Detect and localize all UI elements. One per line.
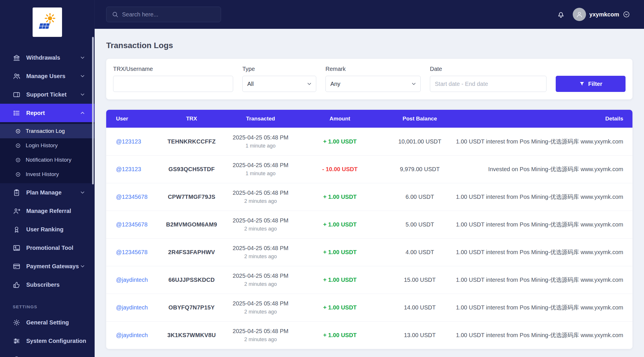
chevron-down-icon <box>79 263 86 269</box>
sidebar-item-support-ticket[interactable]: Support Ticket <box>0 85 94 104</box>
sidebar-item-label: User Ranking <box>26 226 86 233</box>
amount-value: + 1.00 USDT <box>323 277 357 283</box>
sidebar-item-manage-users[interactable]: Manage Users <box>0 67 94 85</box>
transacted-cell: 2025-04-25 05:48 PM 2 minutes ago <box>225 328 296 343</box>
transacted-ago: 2 minutes ago <box>225 336 296 343</box>
subitem-label: Transaction Log <box>26 128 65 134</box>
app-logo[interactable] <box>33 7 62 37</box>
notification-bell-icon[interactable] <box>557 10 565 19</box>
sidebar-item-subscribers[interactable]: Subscribers <box>0 275 94 294</box>
filter-type-group: Type All <box>242 66 316 92</box>
sidebar-item-label: Plan Manage <box>26 189 79 196</box>
circle-dot-icon <box>15 157 26 163</box>
sidebar-item-label: Manage Users <box>26 73 79 80</box>
transacted-date: 2025-04-25 05:48 PM <box>225 162 296 169</box>
transacted-date: 2025-04-25 05:48 PM <box>225 134 296 141</box>
circled-chevron-down-icon[interactable] <box>623 11 630 18</box>
user-link[interactable]: @12345678 <box>116 249 147 255</box>
transacted-date: 2025-04-25 05:48 PM <box>225 328 296 335</box>
details-text: 1.00 USDT interest from Pos Mining-优选源码库… <box>456 193 632 201</box>
sidebar-item-general-setting[interactable]: General Setting <box>0 313 94 332</box>
transacted-date: 2025-04-25 05:48 PM <box>225 245 296 252</box>
sidebar-item-label: Subscribers <box>26 282 86 288</box>
user-link[interactable]: @jaydintech <box>116 332 148 338</box>
filter-button[interactable]: Filter <box>556 76 626 92</box>
date-label: Date <box>430 66 546 72</box>
transacted-cell: 2025-04-25 05:48 PM 2 minutes ago <box>225 272 296 288</box>
search-icon <box>111 11 119 18</box>
trx-username-input[interactable] <box>113 76 233 92</box>
post-balance: 13.00 USDT <box>384 332 456 339</box>
transacted-date: 2025-04-25 05:48 PM <box>225 300 296 307</box>
sidebar-item-withdrawals[interactable]: Withdrawals <box>0 48 94 67</box>
image-icon <box>13 244 20 252</box>
date-range-input[interactable] <box>430 76 546 92</box>
type-select-wrap: All <box>242 76 316 92</box>
user-link[interactable]: @123123 <box>116 138 141 145</box>
sidebar-item-payment-gateways[interactable]: Payment Gateways <box>0 257 94 275</box>
sidebar-item-label: Manage Referral <box>26 208 86 214</box>
transacted-date: 2025-04-25 05:48 PM <box>225 189 296 197</box>
user-link[interactable]: @12345678 <box>116 194 147 200</box>
column-header-trx: TRX <box>158 116 225 122</box>
table-row: @jaydintech 3K1KS7WMKV8U 2025-04-25 05:4… <box>106 321 632 349</box>
sidebar-subitem-login-history[interactable]: Login History <box>0 138 94 153</box>
sidebar-item-label: Promotional Tool <box>26 245 86 251</box>
amount-value: + 1.00 USDT <box>323 221 357 228</box>
sidebar: Withdrawals Manage Users Support Ticket … <box>0 0 95 357</box>
topbar-right: yxymkcom <box>557 8 630 21</box>
transacted-ago: 1 minute ago <box>225 143 296 149</box>
sidebar-item-promotional-tool[interactable]: Promotional Tool <box>0 239 94 257</box>
sidebar-item-report[interactable]: Report <box>0 104 94 122</box>
sidebar-subitem-invest-history[interactable]: Invest History <box>0 167 94 182</box>
sidebar-nav: Withdrawals Manage Users Support Ticket … <box>0 48 94 357</box>
sidebar-subitem-transaction-log[interactable]: Transaction Log <box>0 124 94 138</box>
user-menu[interactable]: yxymkcom <box>573 8 630 21</box>
sidebar-item-plan-manage[interactable]: Plan Manage <box>0 183 94 202</box>
circle-dot-icon <box>15 143 26 149</box>
filter-button-label: Filter <box>588 81 602 87</box>
transacted-ago: 1 minute ago <box>225 170 296 177</box>
sidebar-subitem-notification-history[interactable]: Notification History <box>0 153 94 167</box>
amount-value: - 10.00 USDT <box>322 166 357 172</box>
type-select[interactable]: All <box>242 76 316 92</box>
page-title: Transaction Logs <box>106 41 632 50</box>
details-text: 1.00 USDT interest from Pos Mining-优选源码库… <box>456 331 632 339</box>
filter-trx-group: TRX/Username <box>113 66 233 92</box>
sidebar-item-manage-referral[interactable]: Manage Referral <box>0 202 94 220</box>
credit-card-icon <box>13 262 20 270</box>
table-row: @12345678 2R4FS3FAPHWV 2025-04-25 05:48 … <box>106 238 632 266</box>
thumbs-up-icon <box>13 281 20 289</box>
transacted-date: 2025-04-25 05:48 PM <box>225 272 296 279</box>
user-link[interactable]: @jaydintech <box>116 277 148 283</box>
column-header-details: Details <box>456 116 632 122</box>
post-balance: 9,979.00 USDT <box>384 166 456 173</box>
details-text: 1.00 USDT interest from Pos Mining-优选源码库… <box>456 304 632 311</box>
remark-select[interactable]: Any <box>325 76 421 92</box>
table-row: @jaydintech OBYFQ7N7P15Y 2025-04-25 05:4… <box>106 294 632 321</box>
avatar[interactable] <box>573 8 586 21</box>
user-link[interactable]: @12345678 <box>116 221 147 228</box>
clock-icon <box>13 356 20 357</box>
post-balance: 15.00 USDT <box>384 277 456 283</box>
sidebar-item-system-configuration[interactable]: System Configuration <box>0 332 94 350</box>
report-list-icon <box>13 109 20 117</box>
user-link[interactable]: @jaydintech <box>116 304 148 311</box>
table-header-row: User TRX Transacted Amount Post Balance … <box>106 110 632 128</box>
trx-code: GS93QCH55TDF <box>158 166 225 173</box>
details-text: 1.00 USDT interest from Pos Mining-优选源码库… <box>456 248 632 256</box>
transaction-table: User TRX Transacted Amount Post Balance … <box>106 110 632 349</box>
main-area: yxymkcom Transaction Logs TRX/Username T… <box>95 0 644 357</box>
circle-dot-icon <box>15 171 26 177</box>
sidebar-item-label: Withdrawals <box>26 54 79 61</box>
user-link[interactable]: @123123 <box>116 166 141 172</box>
sidebar-item-user-ranking[interactable]: User Ranking <box>0 220 94 239</box>
sidebar-item-cron-job-setting[interactable]: Cron Job Setting <box>0 350 94 357</box>
sidebar-scrollbar[interactable] <box>92 37 94 184</box>
transacted-ago: 2 minutes ago <box>225 253 296 260</box>
type-label: Type <box>242 66 316 72</box>
transacted-ago: 2 minutes ago <box>225 309 296 315</box>
chevron-down-icon <box>79 91 86 98</box>
details-text: 1.00 USDT interest from Pos Mining-优选源码库… <box>456 221 632 228</box>
search-input[interactable] <box>106 7 221 22</box>
